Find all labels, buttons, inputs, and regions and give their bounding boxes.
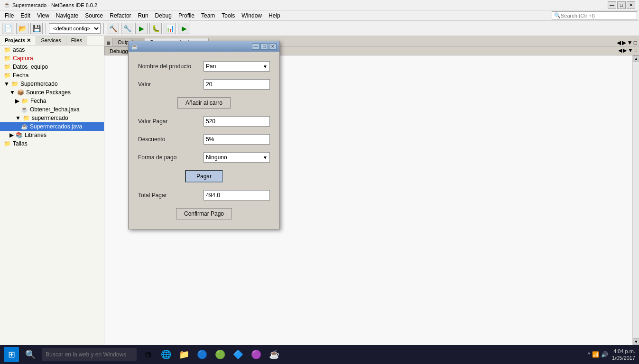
debug-button[interactable]: 🐛 — [149, 23, 162, 34]
tree-label-asas: asas — [13, 46, 25, 53]
tree-item-supermercado2[interactable]: ▼ 📁 supermercado — [0, 114, 104, 122]
scrollbar-down[interactable]: ▼ — [633, 338, 639, 345]
taskbar-search-input[interactable] — [42, 348, 137, 361]
sidebar-tab-projects[interactable]: Projects ✕ — [0, 36, 36, 45]
tab-scroll-down[interactable]: ▼ — [627, 39, 633, 46]
dialog-title-bar: ☕ — □ ✕ — [129, 41, 279, 52]
tree-item-captura[interactable]: 📁 Captura — [0, 54, 104, 63]
tray-arrow[interactable]: ^ — [587, 351, 590, 358]
scrollbar-up[interactable]: ▲ — [633, 55, 639, 62]
descuento-input[interactable] — [204, 134, 270, 145]
valor-row: Valor — [138, 79, 270, 90]
tree-icon-asas: 📁 — [4, 46, 11, 53]
total-pagar-label: Total Pagar — [138, 192, 200, 199]
menu-tools[interactable]: Tools — [219, 11, 238, 20]
tree-item-supermercados-java[interactable]: ☕ Supermercados.java — [0, 122, 104, 131]
build-button[interactable]: 🔨 — [107, 23, 119, 34]
tree-icon-supermercados-java: ☕ — [21, 123, 28, 130]
tab-scroll-left[interactable]: ◀ — [617, 39, 621, 46]
scrollbar-right[interactable]: ▲ ▼ — [632, 55, 639, 345]
profile-button[interactable]: 📊 — [164, 23, 176, 34]
taskbar-explorer[interactable]: 📁 — [176, 347, 192, 362]
confirmar-pago-button[interactable]: Confirmar Pago — [176, 208, 232, 219]
tree-item-fecha2[interactable]: ▶ 📁 Fecha — [0, 97, 104, 105]
tree-item-fecha[interactable]: 📁 Fecha — [0, 71, 104, 80]
tree-label-libraries: Libraries — [25, 132, 46, 138]
nombre-producto-arrow-icon: ▼ — [263, 64, 268, 69]
dialog-minimize[interactable]: — — [252, 43, 259, 50]
tree-item-datos[interactable]: 📁 Datos_equipo — [0, 63, 104, 71]
forma-pago-select[interactable]: Ninguno ▼ — [204, 152, 270, 163]
tree-item-source-packages[interactable]: ▼ 📦 Source Packages — [0, 88, 104, 97]
menu-window[interactable]: Window — [239, 11, 265, 20]
menu-profile[interactable]: Profile — [176, 11, 197, 20]
descuento-label: Descuento — [138, 136, 200, 143]
menu-edit[interactable]: Edit — [18, 11, 33, 20]
forma-pago-label: Forma de pago — [138, 154, 200, 161]
output-maximize[interactable]: □ — [634, 47, 637, 54]
tab-scroll-right[interactable]: ▶ — [622, 39, 626, 46]
pagar-button[interactable]: Pagar — [185, 170, 223, 182]
output-scroll-right[interactable]: ▶ — [623, 47, 627, 54]
new-project-button[interactable]: 📄 — [2, 23, 14, 34]
menu-source[interactable]: Source — [82, 11, 106, 20]
config-select[interactable]: <default config> — [49, 23, 101, 34]
sidebar-tab-services[interactable]: Services — [36, 36, 66, 45]
menu-help[interactable]: Help — [266, 11, 283, 20]
menu-file[interactable]: File — [2, 11, 17, 20]
maximize-button[interactable]: □ — [617, 1, 626, 9]
tree-icon-source: 📦 — [17, 89, 24, 96]
valor-pagar-label: Valor Pagar — [138, 118, 200, 125]
taskbar-ie[interactable]: 🌐 — [158, 347, 174, 362]
menu-navigate[interactable]: Navigate — [53, 11, 81, 20]
total-pagar-input[interactable] — [204, 190, 270, 200]
tray-volume[interactable]: 🔊 — [601, 351, 608, 358]
valor-input[interactable] — [204, 79, 270, 90]
valor-pagar-input[interactable] — [204, 116, 270, 127]
tree-item-tallas[interactable]: 📁 Tallas — [0, 139, 104, 148]
output-scroll-down[interactable]: ▼ — [628, 47, 633, 54]
taskbar-edge[interactable]: 🔵 — [194, 347, 210, 362]
tree-item-libraries[interactable]: ▶ 📚 Libraries — [0, 131, 104, 139]
menu-refactor[interactable]: Refactor — [107, 11, 134, 20]
scrollbar-track[interactable] — [633, 62, 639, 338]
taskbar-taskview[interactable]: ⧉ — [140, 347, 156, 362]
tab-maximize[interactable]: □ — [634, 39, 637, 46]
menu-debug[interactable]: Debug — [152, 11, 175, 20]
close-button[interactable]: ✕ — [627, 1, 635, 9]
clean-build-button[interactable]: 🔧 — [121, 23, 133, 34]
run2-button[interactable]: ▶ — [178, 23, 190, 34]
taskbar-icon5[interactable]: 🔷 — [231, 347, 246, 362]
taskbar-clock[interactable]: 4:04 p.m. 1/05/2017 — [612, 348, 635, 362]
search-box[interactable]: 🔍 — [552, 11, 637, 19]
tree-item-obtener[interactable]: ☕ Obtener_fecha.java — [0, 105, 104, 114]
taskbar-cortana[interactable]: 🔍 — [23, 347, 38, 362]
menu-team[interactable]: Team — [198, 11, 218, 20]
save-button[interactable]: 💾 — [30, 23, 43, 34]
open-button[interactable]: 📂 — [16, 23, 28, 34]
dialog-maximize[interactable]: □ — [260, 43, 268, 50]
panel-toggle[interactable]: ◼ — [104, 40, 112, 46]
tree-label-captura: Captura — [13, 55, 33, 62]
search-input[interactable] — [561, 13, 632, 18]
dialog-close[interactable]: ✕ — [269, 43, 277, 50]
minimize-button[interactable]: — — [608, 1, 616, 9]
sidebar-tab-files[interactable]: Files — [66, 36, 87, 45]
tree-item-supermercado[interactable]: ▼ 📁 Supermercado — [0, 80, 104, 88]
forma-pago-arrow-icon: ▼ — [263, 155, 268, 160]
add-to-cart-button[interactable]: Añadir al carro — [177, 97, 231, 109]
tray-network[interactable]: 📶 — [592, 351, 599, 358]
menu-run[interactable]: Run — [135, 11, 151, 20]
clock-time: 4:04 p.m. — [612, 348, 635, 355]
nombre-producto-select[interactable]: Pan ▼ — [204, 61, 270, 72]
menu-view[interactable]: View — [34, 11, 52, 20]
taskbar-java[interactable]: ☕ — [267, 347, 282, 362]
taskbar-chrome[interactable]: 🟢 — [213, 347, 228, 362]
start-button[interactable]: ⊞ — [4, 347, 19, 362]
tree-item-asas[interactable]: 📁 asas — [0, 46, 104, 54]
run-button[interactable]: ▶ — [135, 23, 148, 34]
sidebar-tabs: Projects ✕ Services Files — [0, 36, 104, 46]
output-scroll-left[interactable]: ◀ — [618, 47, 622, 54]
expand-icon-source: ▼ — [9, 89, 15, 96]
taskbar-icon6[interactable]: 🟣 — [249, 347, 264, 362]
